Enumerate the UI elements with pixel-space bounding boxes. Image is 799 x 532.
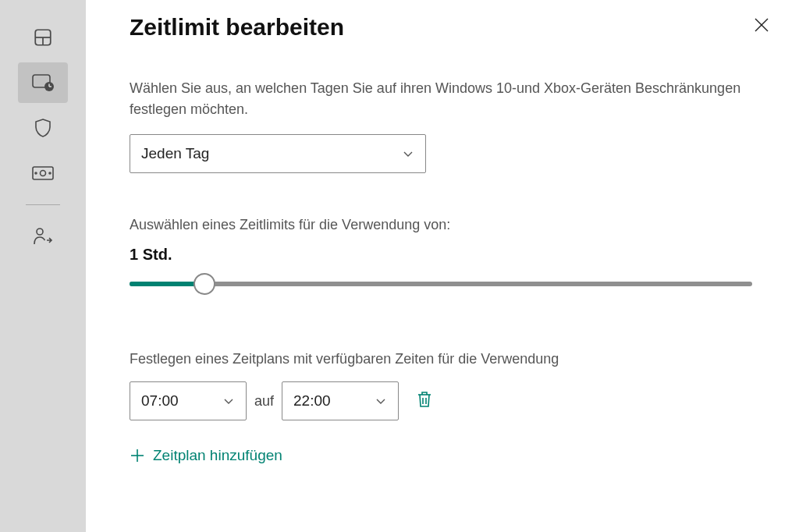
time-limit-slider[interactable] bbox=[130, 271, 752, 296]
sidebar-item-screentime[interactable] bbox=[18, 62, 68, 103]
dialog-title: Zeitlimit bearbeiten bbox=[130, 14, 344, 41]
delete-schedule-button[interactable] bbox=[416, 390, 433, 412]
svg-point-11 bbox=[37, 229, 43, 235]
device-clock-icon bbox=[31, 73, 55, 93]
close-icon bbox=[754, 17, 769, 33]
sidebar-item-payments[interactable] bbox=[18, 153, 68, 193]
title-row: Zeitlimit bearbeiten bbox=[130, 14, 772, 41]
main-panel: Zeitlimit bearbeiten Wählen Sie aus, an … bbox=[86, 0, 799, 532]
day-select-value: Jeden Tag bbox=[141, 145, 209, 162]
chevron-down-icon bbox=[375, 395, 387, 407]
schedule-label: Festlegen eines Zeitplans mit verfügbare… bbox=[130, 351, 772, 367]
schedule-row: 07:00 auf 22:00 bbox=[130, 381, 772, 420]
add-schedule-label: Zeitplan hinzufügen bbox=[153, 447, 282, 464]
close-button[interactable] bbox=[751, 14, 772, 41]
chevron-down-icon bbox=[222, 395, 235, 407]
plus-icon bbox=[130, 448, 145, 463]
time-to-select[interactable]: 22:00 bbox=[282, 381, 399, 420]
time-limit-value: 1 Std. bbox=[130, 246, 772, 264]
sidebar-divider bbox=[26, 204, 60, 205]
sidebar-item-share[interactable] bbox=[18, 216, 68, 257]
person-share-icon bbox=[32, 226, 54, 246]
sidebar bbox=[0, 0, 86, 532]
svg-point-8 bbox=[41, 171, 46, 176]
time-limit-label: Auswählen eines Zeitlimits für die Verwe… bbox=[130, 217, 772, 233]
money-icon bbox=[31, 165, 55, 181]
chevron-down-icon bbox=[402, 147, 414, 160]
day-select[interactable]: Jeden Tag bbox=[130, 134, 426, 173]
sidebar-item-security[interactable] bbox=[18, 108, 68, 148]
layout-icon bbox=[33, 27, 53, 48]
add-schedule-button[interactable]: Zeitplan hinzufügen bbox=[130, 447, 282, 464]
description-text: Wählen Sie aus, an welchen Tagen Sie auf… bbox=[130, 78, 762, 120]
slider-thumb[interactable] bbox=[194, 273, 215, 295]
svg-rect-7 bbox=[33, 167, 53, 179]
slider-track bbox=[130, 282, 752, 286]
time-to-value: 22:00 bbox=[293, 392, 331, 410]
sidebar-item-dashboard[interactable] bbox=[18, 17, 68, 58]
time-from-value: 07:00 bbox=[141, 392, 179, 410]
time-from-select[interactable]: 07:00 bbox=[130, 381, 247, 420]
svg-point-9 bbox=[35, 172, 37, 174]
shield-icon bbox=[34, 118, 52, 138]
svg-point-10 bbox=[49, 172, 51, 174]
time-separator: auf bbox=[254, 393, 274, 410]
trash-icon bbox=[416, 390, 433, 409]
